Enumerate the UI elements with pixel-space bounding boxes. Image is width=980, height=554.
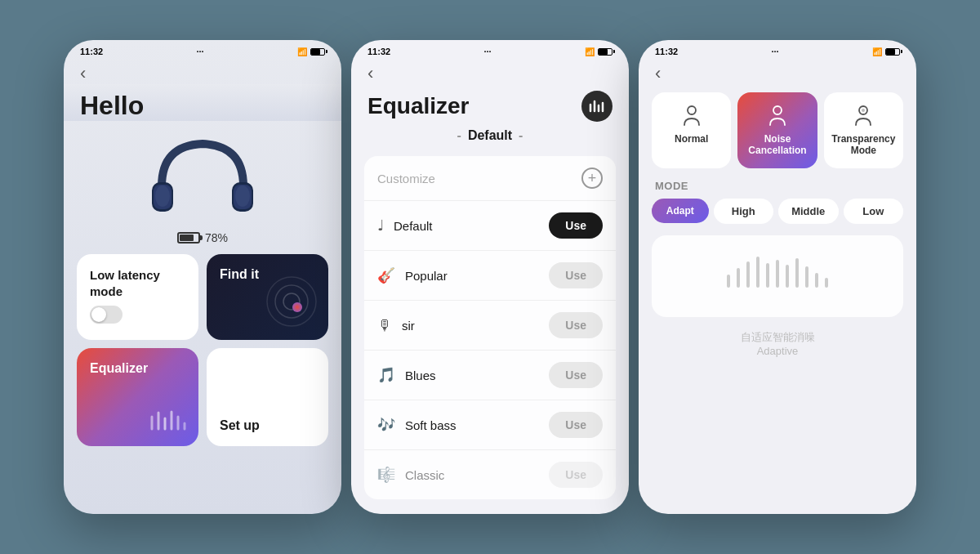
page-title-2: Equalizer (351, 84, 629, 122)
adaptive-chinese: 自适应智能消噪 (639, 330, 916, 345)
signal-icon: 📶 (297, 47, 307, 56)
nav-bar-1: ‹ (64, 60, 341, 84)
eq-name-softbass: Soft bass (405, 418, 457, 432)
low-latency-title: Low latency mode (90, 267, 185, 299)
waveform-svg (720, 253, 835, 298)
time-3: 11:32 (655, 47, 678, 56)
mode-noise-cancellation[interactable]: NoiseCancellation (737, 92, 817, 168)
battery-icon-1 (310, 48, 325, 56)
battery-percent: 78% (205, 231, 228, 244)
eq-name-sir: sir (402, 319, 415, 333)
eq-item-left-default: ♩ Default (377, 217, 433, 235)
nav-bar-3: ‹ (639, 60, 916, 84)
back-button-2[interactable]: ‹ (368, 63, 373, 84)
screen-1: 11:32 ··· 📶 ‹ Hello (64, 40, 341, 514)
eq-badge-icon (589, 100, 605, 113)
eq-badge[interactable] (581, 91, 612, 122)
back-button-3[interactable]: ‹ (655, 63, 661, 84)
card-low-latency[interactable]: Low latency mode (77, 254, 198, 340)
transparency-person-icon (852, 104, 875, 127)
status-bar-1: 11:32 ··· 📶 (64, 40, 341, 60)
level-low[interactable]: Low (844, 199, 904, 224)
eq-item-classic[interactable]: 🎼 Classic Use (364, 450, 616, 499)
nc-person-icon (766, 104, 789, 127)
page-title-1: Hello (64, 84, 341, 121)
status-icons-2: 📶 (585, 47, 612, 56)
eq-item-left-sir: 🎙 sir (377, 317, 415, 334)
default-label: Default (468, 128, 512, 143)
time-1: 11:32 (80, 47, 103, 56)
headphone-svg (137, 129, 268, 227)
status-icons-3: 📶 (872, 47, 900, 56)
music-icon: ♩ (377, 217, 384, 235)
screen-3: 11:32 ··· 📶 ‹ Normal (639, 40, 916, 514)
signal-icon-2: 📶 (585, 47, 595, 56)
battery-bar-fill (180, 235, 194, 241)
battery-bar (177, 232, 200, 243)
svg-point-5 (235, 185, 250, 207)
svg-point-7 (275, 285, 308, 318)
eq-name-popular: Popular (405, 269, 448, 283)
dash-left: - (457, 128, 461, 143)
mode-nc-label: NoiseCancellation (748, 133, 806, 157)
default-row: - Default - (351, 122, 629, 150)
guitar-icon: 🎸 (377, 266, 395, 284)
mode-normal[interactable]: Normal (652, 92, 731, 168)
card-setup[interactable]: Set up (207, 348, 328, 446)
use-btn-blues[interactable]: Use (549, 362, 603, 388)
use-btn-default[interactable]: Use (549, 212, 603, 239)
eq-item-left-popular: 🎸 Popular (377, 266, 448, 284)
card-find-it[interactable]: Find it (207, 254, 328, 340)
eq-name-classic: Classic (405, 468, 444, 482)
card-equalizer[interactable]: Equalizer (77, 348, 198, 446)
level-high[interactable]: High (714, 199, 774, 224)
setup-title: Set up (220, 418, 260, 433)
eq-item-sir[interactable]: 🎙 sir Use (364, 301, 616, 351)
dots-3: ··· (771, 47, 778, 56)
blues-icon: 🎵 (377, 366, 395, 384)
level-adapt[interactable]: Adapt (652, 199, 709, 223)
eq-item-left-classic: 🎼 Classic (377, 466, 444, 484)
use-btn-softbass[interactable]: Use (549, 412, 603, 438)
svg-point-23 (862, 109, 865, 112)
battery-icon-2 (598, 48, 612, 56)
screens-container: 11:32 ··· 📶 ‹ Hello (64, 40, 916, 514)
svg-point-20 (688, 106, 696, 114)
battery-status: 78% (64, 231, 341, 244)
cards-grid: Low latency mode Find it (64, 254, 341, 446)
mode-transparency[interactable]: Transparency Mode (824, 92, 903, 168)
add-preset-button[interactable]: + (581, 168, 603, 189)
status-bar-3: 11:32 ··· 📶 (639, 40, 916, 60)
dots-2: ··· (483, 47, 491, 56)
status-icons-1: 📶 (297, 47, 325, 56)
equalizer-title: Equalizer (90, 361, 185, 376)
dash-right: - (519, 128, 523, 143)
eq-item-softbass[interactable]: 🎶 Soft bass Use (364, 400, 616, 450)
use-btn-classic[interactable]: Use (549, 462, 603, 488)
back-button-1[interactable]: ‹ (80, 63, 86, 84)
svg-point-21 (773, 106, 782, 114)
use-btn-sir[interactable]: Use (549, 312, 603, 338)
waveform-card (652, 235, 903, 317)
customize-row: Customize + (364, 156, 616, 201)
nav-bar-2: ‹ (351, 60, 629, 84)
eq-item-default[interactable]: ♩ Default Use (364, 201, 616, 251)
dots-1: ··· (196, 47, 203, 56)
eq-list: Customize + ♩ Default Use 🎸 Popular Use (364, 156, 616, 499)
mode-normal-label: Normal (675, 133, 708, 145)
nc-level-row: Adapt High Middle Low (639, 195, 916, 227)
mode-section-label: MODE (639, 176, 916, 195)
low-latency-toggle[interactable] (90, 306, 122, 324)
eq-item-left-softbass: 🎶 Soft bass (377, 416, 457, 434)
mode-transparency-label: Transparency Mode (831, 133, 897, 157)
use-btn-popular[interactable]: Use (549, 262, 603, 288)
adaptive-english: Adaptive (639, 345, 916, 357)
headphone-image (64, 121, 341, 231)
eq-item-popular[interactable]: 🎸 Popular Use (364, 251, 616, 301)
battery-icon-3 (885, 48, 900, 56)
svg-point-4 (155, 185, 170, 207)
status-bar-2: 11:32 ··· 📶 (351, 40, 629, 60)
level-middle[interactable]: Middle (778, 199, 839, 224)
signal-icon-3: 📶 (872, 47, 882, 56)
eq-item-blues[interactable]: 🎵 Blues Use (364, 351, 616, 400)
